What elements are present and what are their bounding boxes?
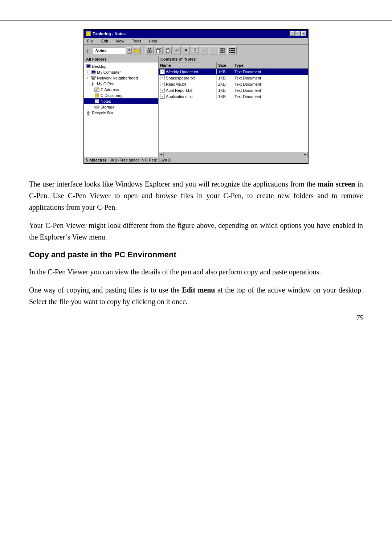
maximize-button[interactable]: □ [295, 31, 301, 36]
col-size: Size [217, 62, 233, 68]
menu-bar: File Edit View Tools Help [84, 38, 308, 45]
p4-edit-bold: Edit [182, 286, 195, 294]
svg-rect-5 [86, 50, 89, 50]
file-row-aprilreport[interactable]: ≡ April Report.txt 1KB Text Document [159, 87, 308, 93]
document-text: The user interface looks like Windows Ex… [29, 178, 363, 243]
tree-label-recycle: Recycle Bin [92, 111, 113, 115]
tree-item-recycle[interactable]: Recycle Bin [84, 110, 158, 116]
tree-item-mycpen[interactable]: − My C Pen [84, 81, 158, 87]
svg-marker-1 [86, 32, 88, 33]
tb-undo[interactable]: ↩ [173, 46, 181, 54]
right-panel-header: Contents of 'Notes' [159, 56, 199, 62]
file-row-applications[interactable]: ≡ Applications.txt 1KB Text Document [159, 93, 308, 99]
file-type-2: Text Document [233, 75, 277, 81]
tb-map[interactable]: 🔗 [200, 46, 208, 54]
tree-label-network: Network Neighborhood [97, 76, 138, 80]
svg-rect-42 [91, 77, 93, 78]
status-space: 3KB (Free space in C Pen: 532KB) [110, 158, 306, 162]
file-icon-2: ≡ [160, 75, 165, 80]
svg-point-54 [97, 88, 99, 89]
file-type-5: Text Document [233, 94, 277, 99]
tb-view1[interactable]: ↕ [209, 46, 217, 54]
minimize-button[interactable]: _ [290, 31, 295, 36]
tb-cut[interactable] [146, 46, 154, 54]
panels-headers: All Folders Contents of 'Notes' [84, 56, 308, 62]
tree-item-mycomputer[interactable]: + My Computer [84, 69, 158, 75]
tree-item-notes[interactable]: Notes [84, 98, 158, 104]
tree-label-caddress: C Address [101, 87, 119, 92]
file-name-1: ≡ Weekly Update.txt [159, 69, 217, 74]
svg-rect-25 [222, 51, 224, 53]
tb-list[interactable] [227, 46, 237, 54]
tb-view2[interactable] [218, 46, 226, 54]
tb-prop[interactable] [191, 46, 199, 54]
file-name-4: ≡ April Report.txt [159, 87, 217, 93]
file-row-weeklyupdate[interactable]: ≡ Weekly Update.txt 1KB Text Document [159, 69, 308, 75]
explorer-window: Exploring - Notes _ □ ✕ File Edit View T… [83, 29, 309, 164]
scroll-track[interactable] [164, 153, 303, 156]
svg-rect-17 [167, 48, 168, 49]
storage-icon [94, 105, 99, 110]
svg-rect-22 [220, 48, 222, 50]
tb-folder-btn[interactable] [133, 46, 141, 54]
tree-item-cdict[interactable]: C Dictionary [84, 93, 158, 98]
svg-line-11 [150, 48, 151, 50]
col-name: Name [159, 62, 217, 68]
menu-view[interactable]: View [115, 38, 126, 44]
expand-mycpen[interactable]: − [86, 82, 90, 86]
explorer-title-icon [86, 31, 91, 36]
page-content: Exploring - Notes _ □ ✕ File Edit View T… [0, 0, 392, 344]
tree-item-caddress[interactable]: C Address [84, 87, 158, 93]
file-type-1: Text Document [233, 69, 277, 74]
svg-rect-24 [220, 51, 222, 53]
p1-bold: main screen [318, 180, 355, 188]
status-objects: 5 object(s) [86, 158, 106, 162]
menu-file[interactable]: File [86, 38, 95, 44]
svg-rect-33 [233, 50, 235, 51]
recycle-icon [86, 110, 91, 115]
tb-copy[interactable] [155, 46, 163, 54]
p4-start: One way of copying and pasting files is … [29, 286, 182, 294]
address-label: Notes [93, 47, 126, 54]
paragraph-3: In the C-Pen Viewer you can view the det… [29, 266, 363, 278]
file-row-shakespeare[interactable]: ≡ Shakespeare.txt 1KB Text Document [159, 75, 308, 81]
address-dropdown[interactable]: ▼ [127, 47, 132, 54]
tb-paste[interactable] [164, 46, 172, 54]
menu-help[interactable]: Help [148, 38, 158, 44]
menu-edit[interactable]: Edit [100, 38, 109, 44]
file-name-5: ≡ Applications.txt [159, 94, 217, 99]
left-panel[interactable]: Desktop + My Computer [84, 62, 159, 157]
tree-item-network[interactable]: + Network Neighborhood [84, 75, 158, 81]
right-panel[interactable]: Name Size Type ≡ Weekly Update.txt 1KB T… [159, 62, 308, 152]
file-size-2: 1KB [217, 75, 233, 81]
h-scrollbar[interactable]: ◄ ► [159, 152, 308, 157]
tb-delete[interactable]: ✕ [182, 46, 190, 54]
file-name-2: ≡ Shakespeare.txt [159, 75, 217, 81]
section-heading: Copy and paste in the PC Environment [29, 250, 363, 259]
title-buttons: _ □ ✕ [290, 31, 306, 36]
svg-rect-0 [86, 33, 90, 36]
file-row-readme[interactable]: ≡ ReadMe.txt 2KB Text Document [159, 81, 308, 87]
svg-marker-3 [87, 49, 88, 50]
scroll-right-btn[interactable]: ► [303, 152, 308, 157]
expand-network[interactable]: + [86, 76, 90, 80]
svg-rect-36 [87, 65, 90, 67]
menu-tools[interactable]: Tools [131, 38, 142, 44]
tree-item-desktop[interactable]: Desktop [84, 64, 158, 69]
desktop-icon [86, 64, 91, 69]
tree-item-storage[interactable]: Storage [84, 104, 158, 110]
title-bar: Exploring - Notes _ □ ✕ [84, 30, 308, 38]
expand-mycomputer[interactable]: + [86, 70, 90, 74]
p1-text: The user interface looks like Windows Ex… [29, 180, 318, 188]
svg-line-10 [148, 48, 150, 50]
svg-rect-34 [233, 52, 235, 53]
close-button[interactable]: ✕ [301, 31, 306, 36]
window-title: Exploring - Notes [93, 32, 126, 36]
scroll-left-btn[interactable]: ◄ [159, 152, 164, 157]
mycomputer-icon [91, 70, 96, 75]
document-text-2: In the C-Pen Viewer you can view the det… [29, 266, 363, 307]
tree-label-mycomputer: My Computer [97, 70, 121, 74]
p4-space [195, 286, 198, 294]
pen-icon [86, 48, 92, 53]
network-icon [91, 75, 96, 81]
